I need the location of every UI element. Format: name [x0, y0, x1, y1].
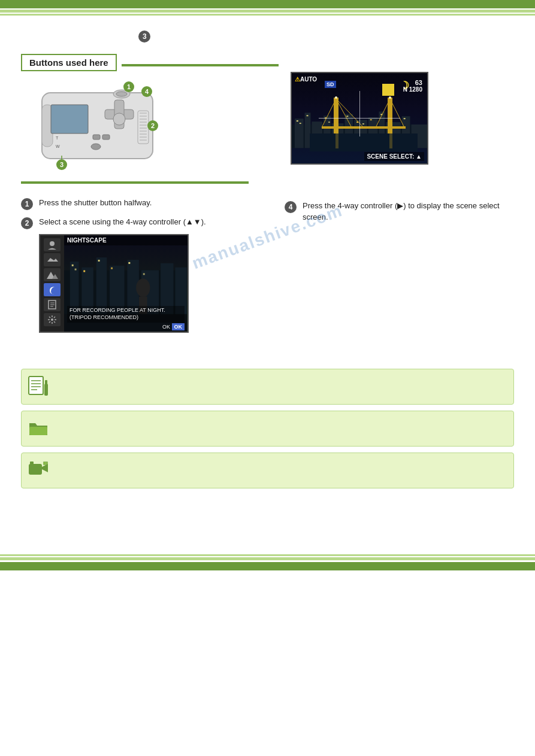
svg-point-21	[91, 144, 101, 150]
svg-rect-70	[335, 133, 338, 148]
auto-label: ⚠AUTO	[295, 76, 317, 83]
step4-text: Press the 4-way controller (▶) to displa…	[303, 200, 514, 223]
info-box-camera-movie	[21, 453, 514, 488]
svg-rect-48	[300, 123, 301, 124]
buttons-used-label: Buttons used here	[21, 54, 117, 71]
header-stripe-light	[0, 10, 535, 13]
scene-content: NIGHTSCAPE FOR RECORDING PEOPLE AT NIGHT…	[64, 235, 188, 332]
header-stripes	[0, 0, 535, 16]
scene-menu-doc	[44, 298, 61, 311]
svg-marker-117	[42, 464, 48, 472]
svg-rect-112	[44, 384, 48, 396]
nightscape-photo: ⚠AUTO SD ☽ 63 N 1280 SCENE SELECT: ▲	[291, 72, 428, 165]
scene-menu-landscape	[44, 253, 61, 266]
photo-overlay-top: ⚠AUTO SD ☽ 63	[292, 76, 427, 83]
svg-rect-115	[29, 464, 42, 475]
buttons-used-section: Buttons used here	[21, 54, 514, 191]
camera-diagram: T W 1 4 2 3	[33, 81, 165, 177]
svg-rect-107	[29, 377, 43, 394]
svg-rect-59	[310, 133, 418, 151]
steps-section: 1 Press the shutter button halfway. 2 Se…	[21, 197, 514, 339]
svg-point-18	[113, 113, 125, 125]
step1-text: Press the shutter button halfway.	[39, 197, 152, 209]
svg-rect-119	[44, 462, 46, 464]
svg-rect-35	[295, 119, 304, 148]
step3-header: 3	[21, 28, 514, 45]
scene-select-screen: NIGHTSCAPE FOR RECORDING PEOPLE AT NIGHT…	[39, 234, 189, 333]
note-icon	[28, 375, 49, 397]
svg-line-105	[49, 321, 50, 323]
camera-svg: T W 1 4 2 3	[33, 81, 165, 174]
scene-menu-nightscape	[44, 283, 61, 296]
svg-point-4	[116, 92, 127, 96]
footer-stripe-light2	[0, 557, 535, 560]
ok-label-text: OK	[162, 324, 172, 330]
sd-badge: SD	[325, 81, 336, 88]
svg-rect-120	[46, 462, 47, 464]
col-right-steps: 4 Press the 4-way controller (▶) to disp…	[279, 197, 514, 339]
header-stripe-light2	[0, 14, 535, 16]
svg-text:T: T	[56, 136, 59, 140]
svg-rect-49	[307, 115, 309, 116]
step3-badge: 3	[138, 31, 150, 42]
crosshair-vertical	[359, 91, 360, 136]
svg-line-106	[54, 317, 55, 318]
step4-badge: 4	[285, 201, 297, 213]
scene-menu	[40, 235, 64, 332]
svg-text:3: 3	[60, 161, 64, 168]
scene-menu-portrait	[44, 238, 61, 251]
svg-text:4: 4	[145, 88, 149, 95]
info-box-folder	[21, 411, 514, 447]
svg-line-103	[49, 317, 50, 318]
svg-text:2: 2	[151, 122, 155, 129]
step2-text: Select a scene using the 4-way controlle…	[39, 216, 206, 228]
scene-menu-mountain	[44, 268, 61, 281]
bridge-svg	[310, 92, 418, 151]
svg-rect-113	[45, 380, 47, 384]
header-stripe-dark	[0, 0, 535, 8]
camera-section-divider	[21, 181, 249, 184]
scene-menu-fireworks	[44, 313, 61, 326]
svg-line-104	[54, 321, 55, 323]
svg-rect-71	[389, 133, 392, 148]
scene-select-label: SCENE SELECT: ▲	[364, 152, 424, 161]
col-left-steps: 1 Press the shutter button halfway. 2 Se…	[21, 197, 279, 339]
svg-rect-114	[29, 427, 47, 435]
resolution-label: N 1280	[403, 86, 422, 93]
buttons-used-left: Buttons used here	[21, 54, 279, 191]
scene-description: FOR RECORDING PEOPLE AT NIGHT. (TRIPOD R…	[67, 306, 185, 322]
step2-badge: 2	[21, 217, 33, 229]
footer-stripe-light1	[0, 554, 535, 556]
step1-badge: 1	[21, 198, 33, 210]
svg-point-98	[51, 318, 53, 321]
svg-rect-20	[102, 135, 110, 139]
step3-intro	[21, 28, 135, 40]
step1-item: 1 Press the shutter button halfway.	[21, 197, 279, 210]
scene-ok: OK OK	[162, 324, 185, 330]
info-box-note	[21, 369, 514, 405]
main-content: 3 Buttons used here	[0, 22, 535, 542]
svg-text:1: 1	[127, 83, 131, 90]
step2-item: 2 Select a scene using the 4-way control…	[21, 216, 279, 333]
footer-stripes	[0, 554, 535, 570]
svg-rect-19	[93, 135, 100, 139]
footer-stripe-dark	[0, 562, 535, 570]
svg-point-73	[389, 96, 391, 99]
svg-point-93	[50, 241, 55, 246]
scene-title: NIGHTSCAPE	[64, 235, 188, 245]
ok-button-highlight: OK	[172, 323, 185, 330]
svg-text:W: W	[56, 144, 60, 148]
photo-count: 63	[415, 79, 422, 86]
folder-icon	[28, 417, 49, 439]
svg-point-72	[335, 96, 337, 99]
step4-item: 4 Press the 4-way controller (▶) to disp…	[285, 200, 514, 223]
svg-rect-2	[51, 105, 88, 133]
camera-movie-icon	[28, 459, 49, 481]
svg-rect-116	[30, 462, 34, 464]
svg-rect-47	[297, 120, 298, 122]
